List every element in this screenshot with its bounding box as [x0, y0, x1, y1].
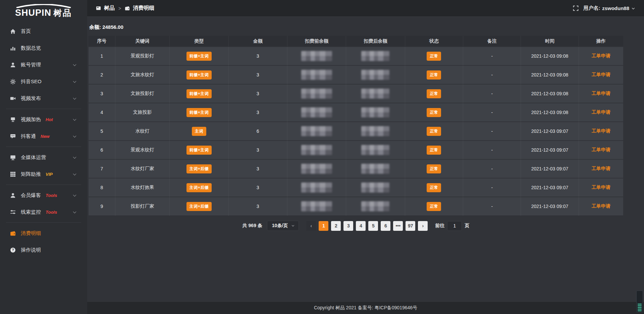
- chevron-down-icon: [73, 172, 76, 175]
- cell-amount: 6: [229, 122, 287, 141]
- sidebar-item-user-2[interactable]: 账号管理: [0, 56, 87, 73]
- cell-type: 前缀+主词: [170, 141, 228, 160]
- sidebar-item-video-4[interactable]: 视频发布: [0, 90, 87, 107]
- cell-keyword: 水纹灯: [115, 122, 170, 141]
- cell-type: 主词+后缀: [170, 197, 228, 216]
- floating-widget[interactable]: [636, 291, 643, 313]
- cell-remark: -: [463, 66, 521, 85]
- sidebar-item-tag: VIP: [46, 172, 53, 177]
- sidebar-item-home-0[interactable]: 首页: [0, 23, 87, 40]
- pagination-page-button[interactable]: 97: [406, 221, 415, 231]
- menu-divider: [6, 147, 81, 147]
- table-row: 8水纹灯效果主词+后缀3正常-2021-12-03 09:07工单申请: [89, 178, 623, 197]
- work-order-link[interactable]: 工单申请: [592, 166, 610, 171]
- cell-action: 工单申请: [579, 141, 623, 160]
- cell-amount: 3: [229, 160, 287, 178]
- goto-page-input[interactable]: [447, 221, 462, 231]
- topbar: 树品 > 消费明细 用户名: zswodun88: [87, 0, 644, 17]
- pagination-page-button[interactable]: 1: [319, 221, 328, 231]
- cell-amount: 3: [229, 197, 287, 216]
- sidebar-item-gear-3[interactable]: 抖音SEO: [0, 73, 87, 90]
- cell-type: 主词+后缀: [170, 160, 228, 178]
- goto-label: 前往: [435, 223, 444, 229]
- breadcrumb-home-icon: [96, 6, 101, 11]
- user-icon: [10, 62, 16, 68]
- page-size-select[interactable]: 10条/页: [267, 221, 299, 231]
- sidebar-item-wallet-11[interactable]: 消费明细: [0, 225, 87, 242]
- cell-status: 正常: [405, 197, 464, 216]
- sidebar-item-bar-chart-1[interactable]: 数据总览: [0, 40, 87, 56]
- cell-keyword: 投影灯厂家: [115, 197, 170, 216]
- fullscreen-icon[interactable]: [573, 5, 579, 11]
- cell-remark: -: [463, 141, 521, 160]
- table-row: 3文旅投影灯前缀+主词3正常-2021-12-03 09:08工单申请: [89, 85, 623, 103]
- chat-icon: [10, 134, 16, 139]
- table-row: 7水纹灯厂家主词+后缀3正常-2021-12-03 09:07工单申请: [89, 160, 623, 178]
- consumption-table: 序号关键词类型金额扣费前余额扣费后余额状态备注时间操作 1景观投影灯前缀+主词3…: [89, 36, 623, 216]
- cell-time: 2021-12-03 09:07: [521, 178, 579, 197]
- work-order-link[interactable]: 工单申请: [592, 109, 610, 115]
- column-header: 关键词: [115, 36, 170, 47]
- cell-balance-after: [346, 122, 405, 141]
- sidebar-item-monitor-7[interactable]: 全媒体运营: [0, 149, 87, 166]
- breadcrumb-home[interactable]: 树品: [104, 5, 115, 12]
- status-badge: 正常: [427, 89, 441, 98]
- sidebar-item-chat-6[interactable]: 抖客通New: [0, 128, 87, 145]
- pagination-page-button[interactable]: 6: [381, 221, 390, 231]
- status-badge: 正常: [427, 108, 441, 117]
- cell-action: 工单申请: [579, 85, 623, 103]
- pagination-prev-button[interactable]: ‹: [306, 221, 316, 231]
- menu-divider: [6, 109, 81, 109]
- cell-type: 前缀+主词: [170, 66, 228, 85]
- blurred-value: [301, 126, 332, 136]
- blurred-value: [301, 89, 332, 99]
- sidebar-item-sliders-10[interactable]: 线索监控Tools: [0, 204, 87, 220]
- work-order-link[interactable]: 工单申请: [592, 72, 610, 77]
- cell-keyword: 水纹灯厂家: [115, 160, 170, 178]
- cell-time: 2021-12-03 09:07: [521, 160, 579, 178]
- cell-keyword: 水纹灯效果: [115, 178, 170, 197]
- cell-time: 2021-12-03 09:08: [521, 85, 579, 103]
- chevron-down-icon: [73, 134, 76, 138]
- pagination-page-button[interactable]: 5: [368, 221, 378, 231]
- cell-index: 3: [89, 85, 115, 103]
- pagination-page-button[interactable]: 4: [356, 221, 366, 231]
- app-root: SHUPIN树品 首页数据总览账号管理抖音SEO视频发布视频加热Hot抖客通Ne…: [0, 0, 644, 314]
- gear-icon: [10, 79, 16, 85]
- cell-keyword: 文旅投影灯: [115, 85, 170, 103]
- cell-action: 工单申请: [579, 47, 623, 66]
- sidebar-item-grid-8[interactable]: 矩阵助推VIP: [0, 166, 87, 182]
- pagination-page-button[interactable]: 3: [343, 221, 353, 231]
- cell-index: 5: [89, 122, 115, 141]
- cell-balance-before: [287, 141, 346, 160]
- work-order-link[interactable]: 工单申请: [592, 185, 610, 190]
- table-row: 2文旅水纹灯前缀+主词3正常-2021-12-03 09:08工单申请: [89, 66, 623, 85]
- pagination-page-button[interactable]: 2: [331, 221, 341, 231]
- work-order-link[interactable]: 工单申请: [592, 53, 610, 58]
- work-order-link[interactable]: 工单申请: [592, 128, 610, 134]
- blurred-value: [361, 182, 389, 193]
- copyright-text: Copyright 树品 2021 备案号: 粤ICP备09019646号: [314, 305, 417, 311]
- blurred-value: [301, 70, 332, 80]
- work-order-link[interactable]: 工单申请: [592, 147, 610, 152]
- pagination-next-button[interactable]: ›: [418, 221, 428, 231]
- work-order-link[interactable]: 工单申请: [592, 91, 610, 96]
- cell-balance-before: [287, 85, 346, 103]
- sliders-icon: [10, 209, 16, 215]
- breadcrumb-separator: >: [118, 6, 121, 11]
- cell-balance-before: [287, 122, 346, 141]
- sidebar-item-screen-5[interactable]: 视频加热Hot: [0, 111, 87, 128]
- table-row: 5水纹灯主词6正常-2021-12-03 09:07工单申请: [89, 122, 623, 141]
- blurred-value: [301, 201, 332, 211]
- sidebar-item-user-9[interactable]: 会员爆客Tools: [0, 187, 87, 204]
- cell-amount: 3: [229, 141, 287, 160]
- sidebar-item-question-12[interactable]: ?操作说明: [0, 242, 87, 258]
- sidebar-item-tag: Tools: [46, 210, 57, 215]
- logo-brand-en: SHUPIN: [15, 8, 51, 18]
- sidebar-item-label: 矩阵助推: [21, 171, 41, 177]
- cell-amount: 3: [229, 178, 287, 197]
- user-dropdown[interactable]: 用户名: zswodun88: [583, 5, 635, 11]
- pagination-ellipsis-button[interactable]: •••: [393, 221, 403, 231]
- work-order-link[interactable]: 工单申请: [592, 203, 610, 209]
- status-badge: 正常: [427, 52, 441, 61]
